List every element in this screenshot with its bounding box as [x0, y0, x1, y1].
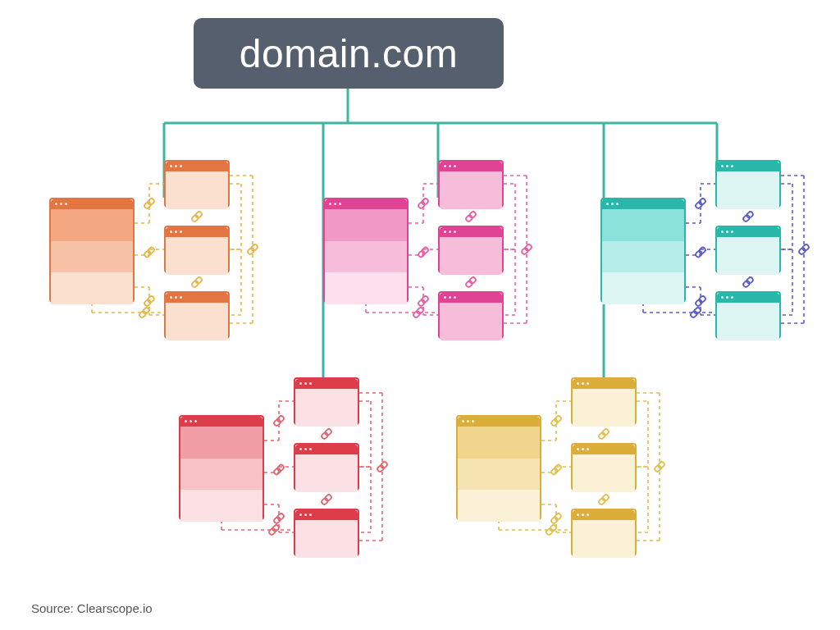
child-page-orange-1 — [164, 160, 230, 208]
child-page-teal-3 — [715, 291, 781, 339]
svg-rect-126 — [276, 513, 285, 521]
link-icon — [144, 295, 155, 307]
domain-title-text: domain.com — [240, 31, 458, 76]
svg-rect-45 — [418, 201, 426, 209]
svg-rect-37 — [142, 307, 150, 315]
svg-rect-15 — [144, 250, 152, 258]
source-text: Source: Clearscope.io — [31, 601, 153, 615]
link-icon — [465, 276, 477, 288]
link-icon — [598, 428, 609, 440]
svg-rect-116 — [276, 415, 285, 423]
svg-rect-145 — [321, 497, 329, 505]
link-icon — [377, 461, 388, 472]
child-page-pink-1 — [438, 160, 504, 208]
svg-rect-20 — [144, 299, 152, 307]
svg-rect-16 — [147, 246, 155, 254]
svg-rect-109 — [746, 211, 754, 219]
svg-rect-146 — [324, 494, 332, 502]
section-page-yellow — [456, 415, 541, 520]
link-icon — [191, 276, 203, 288]
link-icon — [465, 211, 477, 222]
svg-rect-155 — [550, 468, 559, 476]
svg-rect-11 — [147, 198, 155, 206]
svg-rect-141 — [268, 527, 276, 536]
svg-rect-150 — [550, 418, 559, 427]
svg-rect-142 — [272, 524, 280, 532]
link-icon — [418, 246, 429, 258]
link-icon — [742, 276, 754, 288]
svg-rect-121 — [276, 463, 285, 472]
svg-rect-176 — [546, 527, 554, 536]
svg-rect-111 — [746, 276, 754, 285]
source-attribution: Source: Clearscope.io — [31, 601, 153, 615]
link-icon — [695, 198, 706, 209]
svg-rect-51 — [421, 246, 429, 254]
svg-rect-40 — [191, 280, 199, 288]
svg-rect-101 — [798, 247, 806, 255]
child-page-yellow-3 — [571, 509, 637, 556]
link-icon — [690, 307, 701, 318]
svg-rect-75 — [465, 280, 473, 288]
svg-rect-178 — [598, 431, 606, 440]
svg-rect-56 — [421, 295, 429, 304]
svg-rect-81 — [698, 198, 706, 206]
svg-rect-110 — [742, 280, 751, 288]
svg-rect-151 — [554, 415, 562, 423]
svg-rect-179 — [601, 428, 609, 436]
svg-rect-36 — [139, 310, 147, 318]
diagram-stage: domain.com Source: Clearscope.io — [0, 0, 840, 630]
child-page-pink-3 — [438, 291, 504, 339]
svg-rect-50 — [418, 250, 426, 258]
link-icon — [695, 246, 706, 258]
svg-rect-144 — [324, 428, 332, 436]
svg-rect-71 — [413, 310, 421, 318]
link-icon — [273, 513, 285, 524]
link-icon — [268, 524, 280, 536]
svg-rect-161 — [554, 513, 562, 521]
svg-rect-55 — [418, 299, 426, 307]
svg-rect-102 — [801, 244, 810, 252]
svg-rect-91 — [698, 295, 706, 304]
link-icon — [521, 244, 532, 255]
svg-rect-172 — [657, 461, 665, 469]
link-icon — [550, 513, 562, 524]
domain-title-pill: domain.com — [194, 18, 504, 89]
svg-rect-156 — [554, 463, 562, 472]
svg-rect-39 — [194, 211, 203, 219]
svg-rect-21 — [147, 295, 155, 304]
svg-rect-66 — [521, 247, 529, 255]
svg-rect-38 — [191, 214, 199, 222]
link-icon — [742, 211, 754, 222]
child-page-yellow-1 — [571, 377, 637, 425]
svg-rect-143 — [321, 431, 329, 440]
svg-rect-160 — [550, 516, 559, 524]
link-icon — [654, 461, 665, 472]
child-page-pink-2 — [438, 226, 504, 273]
link-icon — [418, 295, 429, 307]
link-icon — [418, 198, 429, 209]
link-icon — [273, 463, 285, 475]
link-icon — [191, 211, 203, 222]
link-icon — [273, 415, 285, 427]
child-page-red-1 — [294, 377, 359, 425]
svg-rect-80 — [695, 201, 703, 209]
link-icon — [144, 198, 155, 209]
svg-rect-108 — [742, 214, 751, 222]
section-page-teal — [600, 198, 686, 303]
svg-rect-10 — [144, 201, 152, 209]
link-icon — [144, 246, 155, 258]
child-page-red-3 — [294, 509, 359, 556]
svg-rect-180 — [598, 497, 606, 505]
tree-connectors — [0, 0, 840, 630]
link-icon — [695, 295, 706, 307]
svg-rect-46 — [421, 198, 429, 206]
link-icon — [798, 244, 810, 255]
link-icon — [247, 244, 258, 255]
svg-rect-67 — [524, 244, 532, 252]
svg-rect-171 — [654, 464, 662, 472]
child-page-teal-1 — [715, 160, 781, 208]
section-page-orange — [49, 198, 135, 303]
link-icon — [550, 463, 562, 475]
svg-rect-41 — [194, 276, 203, 285]
section-page-pink — [323, 198, 409, 303]
